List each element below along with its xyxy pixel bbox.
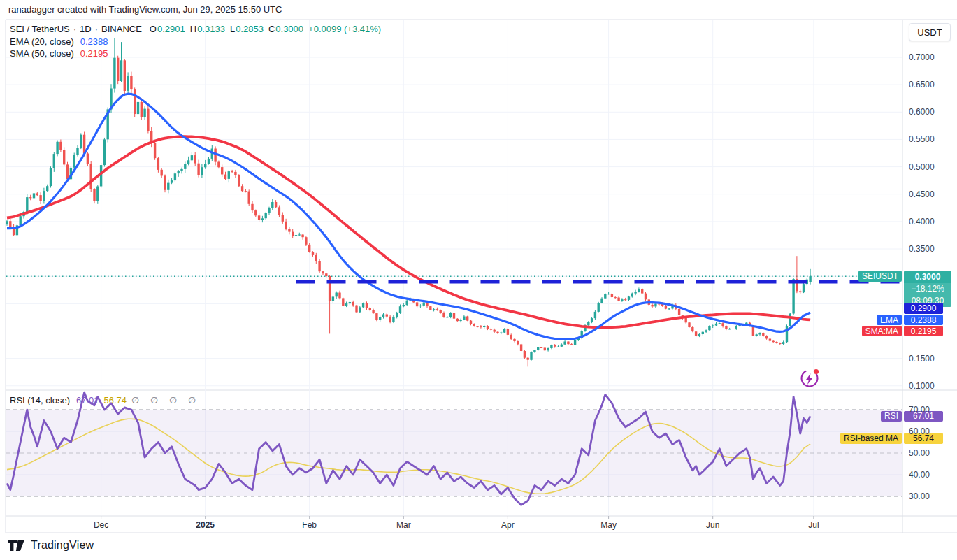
rsi-hidden-values: ∅ ∅ ∅ ∅ xyxy=(131,395,200,405)
sma-axis-value[interactable]: 0.2195 xyxy=(904,326,943,336)
rsi-ma-legend-value: 56.74 xyxy=(104,395,127,405)
chart-page: ranadagger created with TradingView.com,… xyxy=(0,0,957,560)
change-value: +0.0099 (+3.41%) xyxy=(308,24,381,34)
time-tick-label: Feb xyxy=(302,520,317,530)
interval-label[interactable]: 1D xyxy=(80,24,92,34)
symbol-axis-badge[interactable]: SEIUSDT xyxy=(858,271,902,282)
time-tick-label: Jun xyxy=(706,520,719,530)
rsi-legend-label[interactable]: RSI (14, close) xyxy=(10,395,70,405)
rsi-tick-label: 70.00 xyxy=(909,405,930,415)
tradingview-glyph xyxy=(7,539,25,552)
price-tick-label: 0.6500 xyxy=(909,80,935,89)
last-price-badge[interactable]: 0.3000 −18.12% 08:09:30 xyxy=(904,271,951,307)
ema-legend-label[interactable]: EMA (20, close) xyxy=(10,36,74,47)
rsi-axis-label[interactable]: RSI xyxy=(881,411,902,422)
support-line-price-badge[interactable]: 0.2900 xyxy=(904,303,943,314)
exchange-label[interactable]: BINANCE xyxy=(101,24,142,34)
price-tick-label: 0.1500 xyxy=(909,354,935,364)
legend-separator: · xyxy=(73,24,76,34)
symbol-legend-row[interactable]: SEI / TetherUS · 1D · BINANCE O0.2901H0.… xyxy=(10,24,381,34)
price-tick-label: 0.5500 xyxy=(909,134,935,144)
time-tick-label: Dec xyxy=(94,520,108,530)
sma-axis-label[interactable]: SMA:MA xyxy=(862,326,902,336)
ohlc-item: O0.2901 xyxy=(150,24,185,34)
ohlc-item: C0.3000 xyxy=(268,24,303,34)
ema20-line xyxy=(7,94,810,339)
ema-axis-label[interactable]: EMA xyxy=(877,315,902,325)
rsi-tick-label: 30.00 xyxy=(909,491,930,501)
ema-legend-row[interactable]: EMA (20, close) 0.2388 xyxy=(10,36,108,47)
ohlc-item: H0.3133 xyxy=(190,24,225,34)
rsi-legend-row[interactable]: RSI (14, close) 67.01 56.74 ∅ ∅ ∅ ∅ xyxy=(10,395,200,405)
time-tick-label: Apr xyxy=(501,520,515,530)
sma-legend-label[interactable]: SMA (50, close) xyxy=(10,48,74,59)
rsi-legend-value: 67.01 xyxy=(76,395,99,405)
sma-legend-row[interactable]: SMA (50, close) 0.2195 xyxy=(10,48,108,59)
rsi-tick-label: 60.00 xyxy=(909,426,930,436)
watermark-attribution: ranadagger created with TradingView.com,… xyxy=(8,4,282,15)
price-tick-label: 0.5000 xyxy=(909,162,935,172)
time-tick-label: May xyxy=(600,520,617,530)
tradingview-logo[interactable]: TradingView xyxy=(7,539,94,552)
ema-axis-value[interactable]: 0.2388 xyxy=(904,315,943,325)
last-price-value: 0.3000 xyxy=(904,271,951,283)
time-tick-label: 2025 xyxy=(196,520,215,530)
price-change-pct: −18.12% xyxy=(904,283,951,295)
rsi-tick-label: 50.00 xyxy=(909,448,930,458)
chart-canvas[interactable] xyxy=(0,0,957,560)
tradingview-logo-text: TradingView xyxy=(31,539,94,552)
time-tick-label: Mar xyxy=(396,520,411,530)
ohlc-values: O0.2901H0.3133L0.2853C0.3000 xyxy=(150,24,303,34)
rsi-tick-label: 40.00 xyxy=(909,470,930,480)
legend-separator2: · xyxy=(95,24,98,34)
price-tick-label: 0.3500 xyxy=(909,244,935,254)
ema-legend-value: 0.2388 xyxy=(80,36,108,47)
price-tick-label: 0.4500 xyxy=(909,189,935,199)
time-tick-label: Jul xyxy=(808,520,819,530)
sma-legend-value: 0.2195 xyxy=(80,48,108,59)
price-tick-label: 0.7000 xyxy=(909,52,935,62)
price-tick-label: 0.4000 xyxy=(909,217,935,227)
ohlc-item: L0.2853 xyxy=(230,24,264,34)
symbol-name[interactable]: SEI / TetherUS xyxy=(10,24,70,34)
price-tick-label: 0.1000 xyxy=(909,381,935,391)
currency-usdt-button[interactable]: USDT xyxy=(909,23,951,41)
price-tick-label: 0.6000 xyxy=(909,107,935,117)
rsi-ma-axis-label[interactable]: RSI-based MA xyxy=(840,433,902,444)
